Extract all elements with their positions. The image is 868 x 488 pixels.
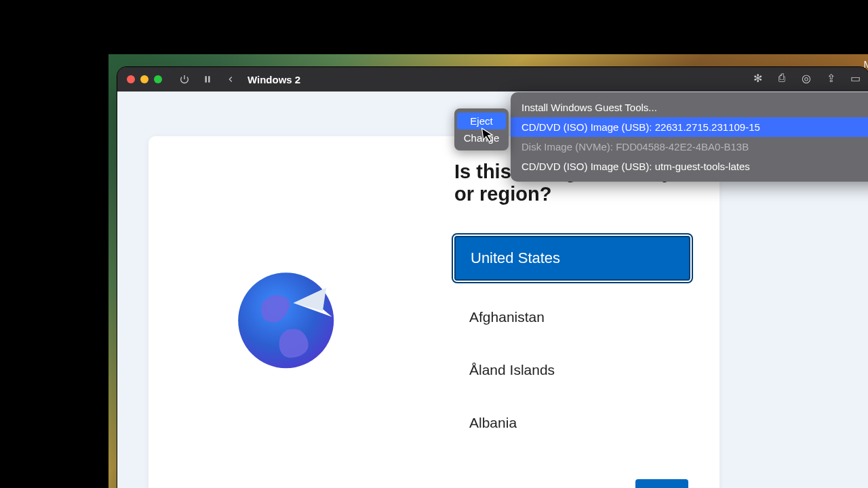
region-item-selected[interactable]: United States [454, 236, 690, 281]
desktop-wallpaper: M Windows 2 ✻ ⎙ ◎ ⇪ ▭ [108, 54, 868, 488]
region-list: United States Afghanistan Åland Islands … [454, 236, 690, 439]
globe-icon [231, 261, 347, 378]
svg-rect-0 [205, 76, 207, 82]
region-item[interactable]: Åland Islands [454, 354, 690, 386]
toolbar-right: ✻ ⎙ ◎ ⇪ ▭ [751, 71, 862, 85]
region-item[interactable]: Albania [454, 407, 690, 439]
drive-menu: Install Windows Guest Tools... CD/DVD (I… [511, 92, 868, 182]
oobe-card: Is this the right country or region? Uni… [149, 136, 719, 488]
oobe-right: Is this the right country or region? Uni… [454, 161, 690, 439]
minimize-button[interactable] [140, 75, 149, 83]
menu-item-drive-2[interactable]: CD/DVD (ISO) Image (USB): utm-guest-tool… [511, 157, 868, 176]
window-icon[interactable]: ▭ [848, 71, 862, 85]
oobe-illustration [149, 136, 429, 488]
close-button[interactable] [127, 75, 135, 83]
back-icon[interactable] [222, 70, 239, 88]
power-icon[interactable] [176, 70, 193, 88]
yes-button[interactable]: Yes [635, 479, 688, 488]
region-item[interactable]: Afghanistan [454, 301, 690, 333]
menu-item-drive-0[interactable]: CD/DVD (ISO) Image (USB): 22631.2715.231… [511, 117, 868, 137]
print-icon[interactable]: ⎙ [775, 71, 789, 85]
menu-item-install-guest-tools[interactable]: Install Windows Guest Tools... [511, 98, 868, 117]
pause-icon[interactable] [199, 70, 216, 88]
vm-window: Windows 2 ✻ ⎙ ◎ ⇪ ▭ [117, 66, 868, 488]
titlebar: Windows 2 ✻ ⎙ ◎ ⇪ ▭ [117, 67, 868, 92]
brightness-icon[interactable]: ✻ [751, 71, 764, 85]
menu-item-drive-1[interactable]: Disk Image (NVMe): FDD04588-42E2-4BA0-B1… [511, 137, 868, 157]
maximize-button[interactable] [154, 75, 162, 83]
window-title: Windows 2 [248, 74, 300, 85]
share-icon[interactable]: ⇪ [824, 71, 837, 85]
svg-rect-1 [208, 76, 210, 82]
traffic-lights [127, 75, 162, 83]
disc-icon[interactable]: ◎ [800, 71, 813, 85]
cursor-icon [481, 126, 495, 144]
